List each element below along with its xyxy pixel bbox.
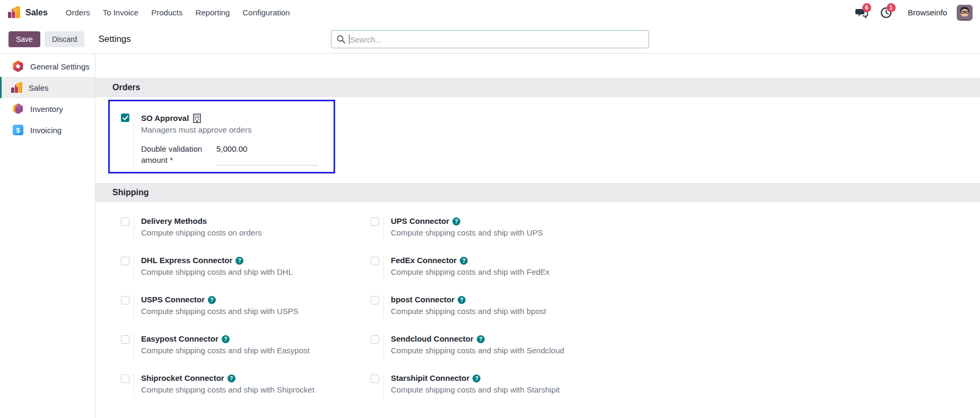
help-icon[interactable]: ? bbox=[460, 257, 468, 265]
sales-icon bbox=[10, 81, 23, 94]
setting-description: Compute shipping costs and ship with Sen… bbox=[391, 346, 564, 355]
setting-description: Managers must approve orders bbox=[141, 125, 318, 135]
double-validation-input[interactable]: 5,000.00 bbox=[216, 143, 318, 166]
menu-configuration[interactable]: Configuration bbox=[236, 0, 296, 25]
sidebar-item-sales[interactable]: Sales bbox=[0, 77, 95, 98]
sidebar-item-label: Invoicing bbox=[30, 126, 62, 135]
messages-button[interactable]: 6 bbox=[852, 4, 872, 21]
setting-description: Compute shipping costs and ship with USP… bbox=[141, 307, 299, 316]
setting-item: FedEx Connector ? Compute shipping costs… bbox=[371, 256, 620, 280]
setting-pane: bpost Connector ? Compute shipping costs… bbox=[383, 295, 546, 319]
user-menu[interactable]: Browseinfo bbox=[908, 8, 947, 17]
setting-checkbox[interactable] bbox=[121, 375, 129, 383]
save-button[interactable]: Save bbox=[8, 31, 40, 47]
invoicing-icon: $ bbox=[12, 124, 24, 136]
setting-description: Compute shipping costs and ship with Shi… bbox=[141, 385, 314, 395]
setting-pane: UPS Connector ? Compute shipping costs a… bbox=[383, 216, 543, 241]
setting-checkbox[interactable] bbox=[371, 217, 379, 226]
menu-orders[interactable]: Orders bbox=[59, 0, 97, 25]
setting-item: bpost Connector ? Compute shipping costs… bbox=[371, 295, 620, 319]
setting-checkbox[interactable] bbox=[371, 375, 379, 383]
help-icon[interactable]: ? bbox=[228, 375, 235, 382]
topbar-right: 6 1 Browseinfo bbox=[852, 4, 973, 21]
setting-item: Easypost Connector ? Compute shipping co… bbox=[121, 334, 371, 359]
setting-item: Delivery Methods Compute shipping costs … bbox=[121, 216, 371, 241]
sidebar-item-invoicing[interactable]: $ Invoicing bbox=[0, 119, 95, 141]
sidebar-item-inventory[interactable]: Inventory bbox=[0, 98, 95, 119]
help-icon[interactable]: ? bbox=[458, 296, 466, 304]
setting-description: Compute shipping costs and ship with bpo… bbox=[391, 307, 546, 316]
setting-label: DHL Express Connector bbox=[141, 256, 232, 265]
help-icon[interactable]: ? bbox=[222, 335, 230, 343]
setting-label: FedEx Connector bbox=[391, 256, 457, 265]
sidebar-item-general-settings[interactable]: General Settings bbox=[0, 56, 95, 77]
help-icon[interactable]: ? bbox=[472, 375, 480, 382]
help-icon[interactable]: ? bbox=[208, 296, 216, 304]
setting-checkbox[interactable] bbox=[121, 257, 129, 265]
setting-description: Compute shipping costs and ship with Fed… bbox=[391, 267, 549, 277]
setting-pane: USPS Connector ? Compute shipping costs … bbox=[134, 295, 299, 319]
settings-content: Orders SO Approval Manag bbox=[95, 54, 980, 418]
search-icon bbox=[337, 35, 345, 43]
breadcrumb: Settings bbox=[98, 34, 130, 45]
setting-label: Starshipit Connector bbox=[391, 373, 469, 383]
setting-pane: FedEx Connector ? Compute shipping costs… bbox=[383, 256, 549, 280]
section-title: Orders bbox=[112, 83, 140, 92]
sidebar-item-label: Sales bbox=[29, 83, 49, 92]
setting-label: UPS Connector bbox=[391, 216, 449, 226]
setting-checkbox[interactable] bbox=[371, 296, 379, 304]
help-icon[interactable]: ? bbox=[452, 217, 460, 225]
setting-description: Compute shipping costs and ship with DHL bbox=[141, 267, 293, 277]
so-approval-checkbox[interactable] bbox=[121, 114, 129, 122]
setting-pane: Shiprocket Connector ? Compute shipping … bbox=[134, 373, 314, 398]
main-menu: Orders To Invoice Products Reporting Con… bbox=[59, 0, 296, 25]
activities-button[interactable]: 1 bbox=[876, 4, 896, 21]
setting-description: Compute shipping costs and ship with Eas… bbox=[141, 346, 310, 355]
setting-item: Starshipit Connector ? Compute shipping … bbox=[371, 373, 620, 398]
so-approval-pane: SO Approval Managers must approve orders… bbox=[134, 114, 318, 172]
setting-checkbox[interactable] bbox=[371, 257, 379, 265]
sidebar-item-label: General Settings bbox=[30, 62, 90, 71]
user-avatar-icon bbox=[957, 5, 973, 21]
help-icon[interactable]: ? bbox=[477, 335, 485, 343]
svg-text:$: $ bbox=[16, 126, 20, 134]
setting-label: bpost Connector bbox=[391, 295, 454, 304]
discard-button[interactable]: Discard bbox=[45, 31, 84, 47]
menu-reporting[interactable]: Reporting bbox=[189, 0, 236, 25]
search-box[interactable] bbox=[331, 30, 649, 48]
setting-checkbox[interactable] bbox=[121, 335, 129, 344]
setting-description: Compute shipping costs and ship with Sta… bbox=[391, 385, 560, 395]
menu-products[interactable]: Products bbox=[145, 0, 189, 25]
shipping-settings-grid: Delivery Methods Compute shipping costs … bbox=[121, 216, 980, 398]
double-validation-label: Double validation amount * bbox=[141, 143, 216, 166]
sidebar-item-label: Inventory bbox=[30, 104, 63, 114]
setting-item: UPS Connector ? Compute shipping costs a… bbox=[371, 216, 620, 241]
top-nav-bar: Sales Orders To Invoice Products Reporti… bbox=[0, 0, 980, 25]
setting-item: DHL Express Connector ? Compute shipping… bbox=[121, 256, 371, 280]
activities-badge: 1 bbox=[887, 3, 896, 12]
section-header-shipping: Shipping bbox=[95, 183, 980, 202]
setting-checkbox[interactable] bbox=[121, 217, 129, 226]
text-cursor bbox=[349, 34, 349, 44]
search-input[interactable] bbox=[350, 35, 643, 44]
checkmark-icon bbox=[122, 116, 128, 120]
setting-item: Shiprocket Connector ? Compute shipping … bbox=[121, 373, 371, 398]
enterprise-building-icon bbox=[193, 114, 201, 123]
sales-app-logo-icon[interactable] bbox=[7, 6, 21, 19]
setting-description: Compute shipping costs on orders bbox=[141, 228, 262, 238]
inventory-icon bbox=[12, 102, 24, 115]
general-settings-icon bbox=[12, 60, 24, 73]
setting-label: Sendcloud Connector bbox=[391, 334, 474, 344]
setting-checkbox[interactable] bbox=[371, 335, 379, 344]
setting-checkbox[interactable] bbox=[121, 296, 129, 304]
menu-to-invoice[interactable]: To Invoice bbox=[97, 0, 145, 25]
help-icon[interactable]: ? bbox=[235, 257, 243, 265]
setting-label: Delivery Methods bbox=[141, 216, 207, 226]
avatar[interactable] bbox=[957, 5, 973, 21]
setting-description: Compute shipping costs and ship with UPS bbox=[391, 228, 543, 238]
app-name[interactable]: Sales bbox=[25, 8, 48, 18]
setting-pane: Easypost Connector ? Compute shipping co… bbox=[134, 334, 310, 359]
control-panel: Save Discard Settings bbox=[0, 25, 980, 54]
section-header-orders: Orders bbox=[95, 78, 980, 97]
setting-pane: Delivery Methods Compute shipping costs … bbox=[134, 216, 262, 241]
